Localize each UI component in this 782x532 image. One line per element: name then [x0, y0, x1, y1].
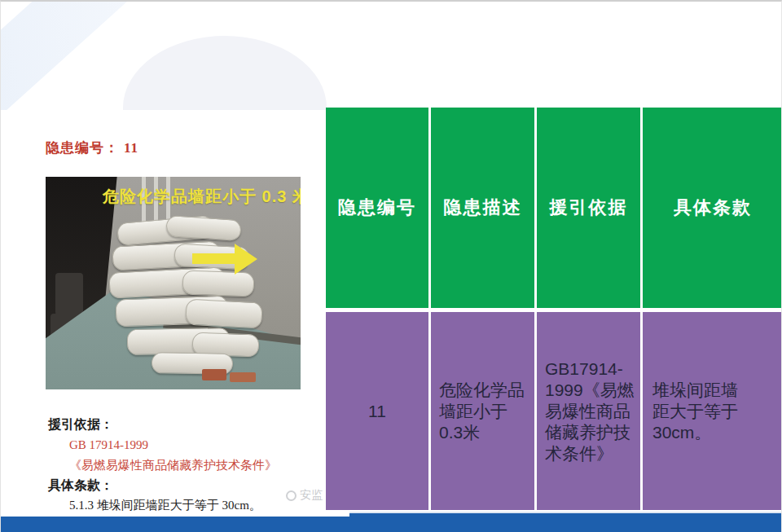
right-arrow-icon	[235, 244, 257, 275]
watermark-text: 安监	[300, 488, 323, 503]
table-cell-cited-basis: GB17914- 1999《易燃 易爆性商品 储藏养护技 术条件》	[537, 312, 640, 510]
photo-annotation-text: 危险化学品墙距小于 0.3 米	[103, 186, 301, 208]
hazard-number-title: 隐患编号：11	[46, 138, 138, 157]
hazard-number-label: 隐患编号：	[46, 140, 119, 156]
table-header-cited-basis: 援引依据	[537, 108, 640, 308]
brick	[202, 369, 226, 380]
table-cell-hazard-number: 11	[326, 312, 428, 510]
photo-barrel	[55, 273, 83, 315]
hill-curve-shape	[123, 36, 327, 110]
bag	[185, 299, 263, 329]
brick	[230, 372, 256, 382]
slide-canvas: 隐患编号：11 危险化学品墙距小于 0.3 米 援引依据： GB 17914-1…	[0, 0, 782, 532]
table-header-specific-clause: 具体条款	[643, 108, 782, 308]
table-header-hazard-description: 隐患描述	[431, 108, 534, 308]
header-decoration	[1, 2, 351, 110]
watermark: 安监	[286, 488, 323, 503]
basis-label: 援引依据：	[48, 417, 277, 432]
reference-block: 援引依据： GB 17914-1999 《易燃易爆性商品储藏养护技术条件》 具体…	[48, 415, 277, 512]
hazard-photo: 危险化学品墙距小于 0.3 米	[46, 177, 301, 389]
hazard-number-value: 11	[124, 140, 138, 156]
table-header-hazard-number: 隐患编号	[326, 108, 428, 308]
table-cell-hazard-description: 危险化学品 墙距小于 0.3米	[431, 312, 534, 510]
footer-bar	[1, 517, 782, 532]
hazard-table: 隐患编号 隐患描述 援引依据 具体条款 11 危险化学品 墙距小于 0.3米 G…	[326, 108, 782, 510]
clause-text: 5.1.3 堆垛间距墙距大于等于 30cm。	[69, 498, 277, 512]
table-cell-specific-clause: 堆垛间距墙 距大于等于 30cm。	[643, 312, 782, 510]
watermark-logo-icon	[286, 490, 297, 501]
clause-label: 具体条款：	[48, 478, 277, 493]
right-arrow-icon	[192, 253, 236, 264]
basis-code: GB 17914-1999	[69, 437, 277, 452]
basis-title: 《易燃易爆性商品储藏养护技术条件》	[69, 458, 277, 473]
